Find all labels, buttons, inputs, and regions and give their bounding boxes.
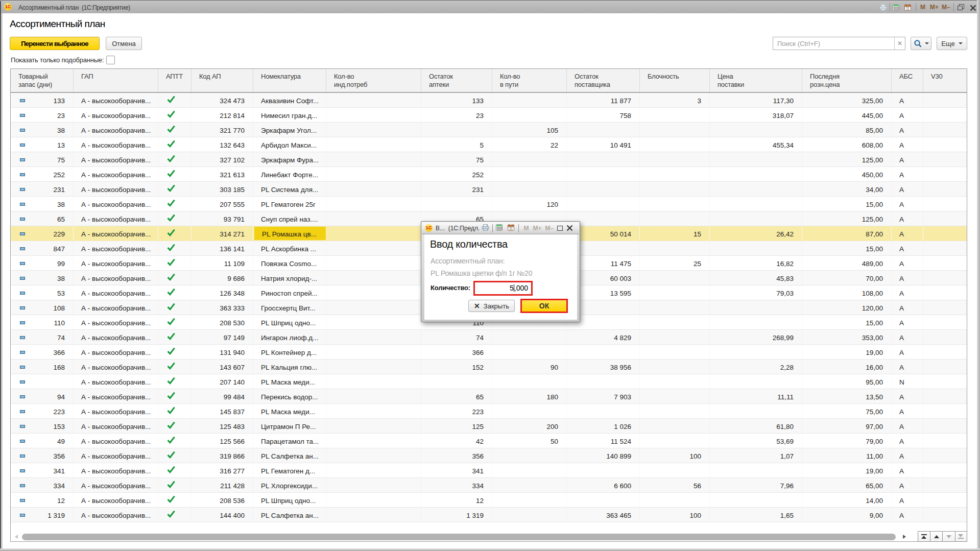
svg-text:31: 31 [509,226,513,230]
svg-text:31: 31 [906,7,910,10]
